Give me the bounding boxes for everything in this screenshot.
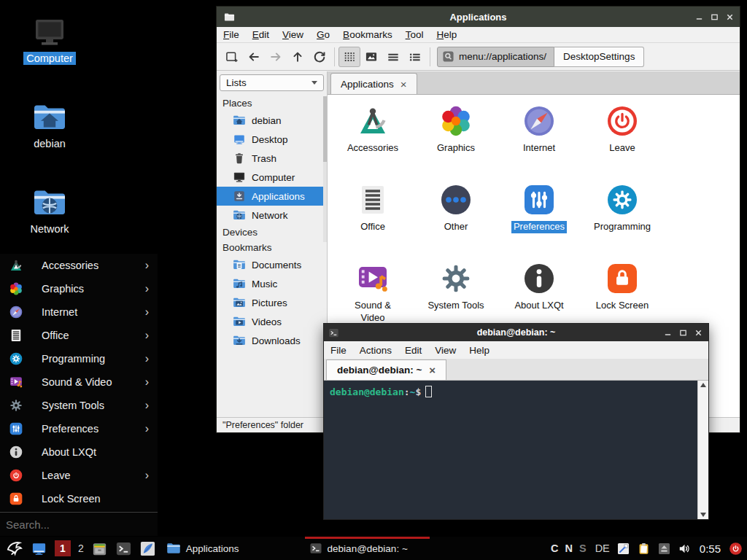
icon-view-button[interactable]	[338, 47, 360, 67]
app-item-office[interactable]: Office	[331, 176, 414, 252]
detailed-view-button[interactable]	[404, 47, 426, 67]
tab-close-icon[interactable]: ×	[429, 365, 436, 376]
eject-removable-media-icon[interactable]	[657, 542, 671, 556]
workspace-1-button[interactable]: 1	[55, 540, 71, 556]
sidebar-scrollbar[interactable]	[323, 96, 327, 242]
up-button[interactable]	[287, 47, 309, 67]
desktop-icon-debian[interactable]: debian	[15, 100, 85, 150]
sidebar-item-trash[interactable]: Trash	[217, 149, 327, 168]
sidebar-item-applications[interactable]: Applications	[217, 187, 327, 206]
file-manager-launcher[interactable]	[91, 540, 108, 557]
minimize-icon[interactable]	[695, 13, 703, 21]
terminal-screen[interactable]: debian@debian:~$	[324, 381, 708, 519]
keyboard-layout-indicator[interactable]: DE	[595, 542, 610, 554]
new-tab-button[interactable]	[221, 47, 243, 67]
lock-icon	[605, 261, 640, 296]
menu-go[interactable]: Go	[310, 29, 336, 40]
sidebar-item-desktop[interactable]: Desktop	[217, 130, 327, 149]
sidebar-mode-select[interactable]: Lists	[220, 74, 324, 91]
close-icon[interactable]	[694, 329, 703, 337]
thumbnail-view-button[interactable]	[360, 47, 382, 67]
menu-item-preferences[interactable]: Preferences ›	[0, 417, 158, 440]
menu-file[interactable]: File	[324, 345, 353, 356]
clipboard-icon[interactable]	[637, 542, 651, 556]
app-item-lock-screen[interactable]: Lock Screen	[581, 255, 664, 331]
compact-view-button[interactable]	[382, 47, 404, 67]
back-button[interactable]	[243, 47, 265, 67]
menu-file[interactable]: File	[217, 29, 246, 40]
sidebar-item-computer[interactable]: Computer	[217, 168, 327, 187]
volume-icon[interactable]	[678, 542, 692, 556]
minimize-icon[interactable]	[664, 329, 672, 337]
terminal-icon	[309, 542, 322, 555]
scroll-down-icon[interactable]	[700, 513, 706, 517]
terminal-launcher[interactable]	[115, 540, 132, 557]
sidebar-item-documents[interactable]: Documents	[217, 255, 327, 274]
sidebar-item-downloads[interactable]: Downloads	[217, 331, 327, 350]
task-applications[interactable]: Applications	[166, 537, 239, 560]
path-segment-button[interactable]: DesktopSettings	[554, 47, 644, 67]
menu-actions[interactable]: Actions	[353, 345, 398, 356]
main-menu-button[interactable]	[4, 539, 23, 558]
maximize-icon[interactable]	[679, 329, 687, 337]
menu-item-accessories[interactable]: Accessories ›	[0, 254, 158, 277]
app-item-about-lxqt[interactable]: About LXQt	[498, 255, 581, 331]
power-icon	[729, 542, 743, 556]
desktop-icon-network[interactable]: Network	[15, 185, 85, 236]
menu-item-leave[interactable]: Leave ›	[0, 464, 158, 487]
task-terminal[interactable]: debian@debian: ~	[309, 537, 408, 560]
search-input[interactable]	[0, 518, 158, 531]
app-item-programming[interactable]: Programming	[581, 176, 664, 252]
sidebar-item-videos[interactable]: Videos	[217, 312, 327, 331]
menu-tool[interactable]: Tool	[399, 29, 430, 40]
featherpad-launcher[interactable]	[139, 540, 156, 557]
sidebar-item-network[interactable]: Network	[217, 206, 327, 225]
app-item-system-tools[interactable]: System Tools	[414, 255, 498, 331]
maximize-icon[interactable]	[711, 13, 719, 21]
menu-view[interactable]: View	[428, 345, 462, 356]
sidebar-item-pictures[interactable]: Pictures	[217, 293, 327, 312]
reload-button[interactable]	[309, 47, 330, 67]
tab-close-icon[interactable]: ×	[400, 79, 407, 90]
close-icon[interactable]	[726, 13, 734, 21]
menu-item-about-lxqt[interactable]: About LXQt	[0, 440, 158, 464]
menu-help[interactable]: Help	[462, 345, 496, 356]
workspace-2-button[interactable]: 2	[78, 542, 84, 554]
sidebar-item-label: Computer	[252, 172, 295, 183]
sidebar-item-music[interactable]: Music	[217, 274, 327, 293]
menu-bookmarks[interactable]: Bookmarks	[336, 29, 399, 40]
sidebar-item-label: Network	[252, 210, 288, 221]
menu-item-internet[interactable]: Internet ›	[0, 300, 158, 324]
menu-item-sound-video[interactable]: Sound & Video ›	[0, 370, 158, 394]
app-item-leave[interactable]: Leave	[581, 98, 664, 174]
terminal-scrollbar[interactable]	[697, 381, 708, 519]
menu-item-graphics[interactable]: Graphics ›	[0, 277, 158, 300]
power-button[interactable]	[729, 542, 743, 556]
menu-help[interactable]: Help	[430, 29, 463, 40]
menu-item-programming[interactable]: Programming ›	[0, 347, 158, 370]
path-location-button[interactable]: menu://applications/	[437, 47, 554, 67]
forward-button[interactable]	[265, 47, 287, 67]
menu-item-lock-screen[interactable]: Lock Screen	[0, 487, 158, 510]
scroll-up-icon[interactable]	[700, 383, 706, 387]
desktop-icon-computer[interactable]: Computer	[15, 15, 85, 65]
sidebar-item-debian[interactable]: debian	[217, 111, 327, 130]
clock[interactable]: 0:55	[700, 542, 721, 555]
menu-item-office[interactable]: Office ›	[0, 324, 158, 347]
show-desktop-button[interactable]	[31, 540, 47, 557]
screenshot-tool-icon[interactable]	[616, 542, 630, 556]
app-item-preferences[interactable]: Preferences	[498, 176, 581, 252]
tab-applications[interactable]: Applications ×	[330, 73, 417, 94]
app-item-graphics[interactable]: Graphics	[414, 98, 498, 174]
terminal-tab[interactable]: debian@debian: ~ ×	[326, 359, 446, 380]
menu-item-system-tools[interactable]: System Tools ›	[0, 394, 158, 417]
app-item-sound-video[interactable]: Sound & Video	[331, 255, 414, 331]
app-item-internet[interactable]: Internet	[498, 98, 581, 174]
menu-edit[interactable]: Edit	[246, 29, 276, 40]
menu-view[interactable]: View	[276, 29, 310, 40]
app-item-accessories[interactable]: Accessories	[331, 98, 414, 174]
terminal-titlebar[interactable]: debian@debian: ~	[324, 324, 708, 341]
fm-titlebar[interactable]: Applications	[217, 7, 740, 27]
menu-edit[interactable]: Edit	[398, 345, 428, 356]
app-item-other[interactable]: Other	[414, 176, 498, 252]
